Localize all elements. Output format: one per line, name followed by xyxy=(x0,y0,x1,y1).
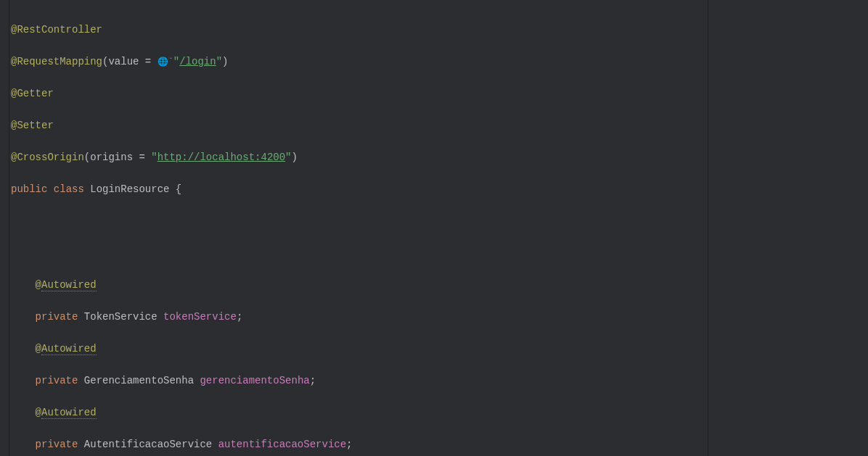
gutter xyxy=(0,0,9,456)
code-area[interactable]: @RestController @RequestMapping(value = … xyxy=(9,0,708,456)
annotation-requestmapping: @RequestMapping xyxy=(11,56,102,67)
annotation-at: @ xyxy=(36,343,41,355)
semicolon: ; xyxy=(310,375,316,386)
string-quote: " xyxy=(216,56,222,67)
field-autentificacaoservice: autentificacaoService xyxy=(218,439,346,450)
annotation-at: @ xyxy=(36,279,41,291)
paren: ) xyxy=(292,152,298,163)
type-gerenciamentosenha: GerenciamentoSenha xyxy=(78,375,200,386)
string-quote: " xyxy=(151,152,157,163)
annotation-crossorigin: @CrossOrigin xyxy=(11,152,84,163)
annotation-at: @ xyxy=(36,407,41,418)
semicolon: ; xyxy=(346,439,352,450)
field-tokenservice: tokenService xyxy=(163,311,237,323)
url-login[interactable]: /login xyxy=(179,56,216,67)
param-label: value = xyxy=(108,56,157,67)
url-localhost[interactable]: http://localhost:4200 xyxy=(157,152,285,163)
annotation-autowired: Autowired xyxy=(41,407,97,419)
globe-icon[interactable]: 🌐ˇ xyxy=(157,57,173,67)
keyword-public: public xyxy=(11,183,47,195)
editor-container: @RestController @RequestMapping(value = … xyxy=(0,0,868,456)
annotation-getter: @Getter xyxy=(11,88,54,99)
string-quote: " xyxy=(285,152,291,163)
keyword-private: private xyxy=(36,375,78,386)
string-quote: " xyxy=(173,56,179,67)
annotation-autowired: Autowired xyxy=(41,343,97,355)
right-rail xyxy=(708,0,868,456)
keyword-class: class xyxy=(54,183,84,195)
annotation-autowired: Autowired xyxy=(41,279,97,291)
paren: ( xyxy=(84,152,90,163)
field-gerenciamentosenha: gerenciamentoSenha xyxy=(200,375,309,386)
semicolon: ; xyxy=(237,311,242,323)
class-name: LoginResource { xyxy=(84,183,181,195)
paren: ) xyxy=(222,56,228,67)
type-autentificacaoservice: AutentificacaoService xyxy=(78,439,218,450)
keyword-private: private xyxy=(36,311,78,323)
type-tokenservice: TokenService xyxy=(78,311,163,323)
annotation-restcontroller: @RestController xyxy=(11,24,102,36)
param-label: origins = xyxy=(90,152,151,163)
keyword-private: private xyxy=(36,439,78,450)
annotation-setter: @Setter xyxy=(11,120,54,131)
